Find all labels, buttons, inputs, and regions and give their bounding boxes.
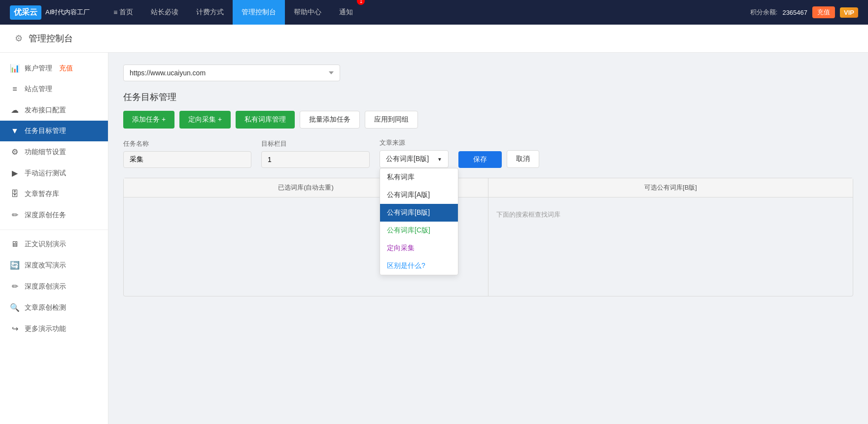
filter-icon: ▼ (10, 127, 20, 135)
sidebar-label-draft: 文章暂存库 (25, 190, 59, 198)
sidebar-item-ocr[interactable]: 🖥 正文识别演示 (0, 234, 108, 255)
share-icon: ↪ (10, 324, 20, 333)
settings-icon: ⚙ (10, 147, 20, 157)
nav-item-webmaster[interactable]: 站长必读 (142, 0, 187, 25)
apply-group-button[interactable]: 应用到同组 (365, 111, 418, 129)
sidebar-recharge-link[interactable]: 充值 (59, 64, 73, 73)
sidebar-item-publish[interactable]: ☁ 发布接口配置 (0, 99, 108, 121)
sidebar-label-account: 账户管理 (25, 64, 52, 73)
sidebar-item-more[interactable]: ↪ 更多演示功能 (0, 318, 108, 339)
sidebar-label-site: 站点管理 (25, 85, 52, 94)
edit-icon: ✏ (10, 210, 20, 220)
sidebar-label-check: 文章原创检测 (25, 303, 66, 312)
form-row: 任务名称 目标栏目 文章来源 公有词库[B版] ▼ 私有词库 (123, 138, 853, 168)
sidebar: 📊 账户管理 充值 ≡ 站点管理 ☁ 发布接口配置 ▼ 任务目标管理 ⚙ 功能细… (0, 53, 108, 424)
sidebar-label-more: 更多演示功能 (25, 325, 66, 333)
panel-right-body: 下面的搜索框查找词库 (488, 197, 853, 296)
content-area: 📊 账户管理 充值 ≡ 站点管理 ☁ 发布接口配置 ▼ 任务目标管理 ⚙ 功能细… (0, 53, 868, 424)
dropdown-label-pubB: 公有词库[B版] (387, 208, 430, 216)
panel-right-header: 可选公有词库[B版] (488, 178, 853, 197)
sidebar-label-settings: 功能细节设置 (25, 148, 66, 157)
notification-badge: 1 (357, 0, 365, 5)
cancel-button[interactable]: 取消 (507, 150, 539, 168)
form-actions: 保存 取消 (458, 150, 539, 168)
dropdown-label-private: 私有词库 (387, 173, 415, 181)
recharge-button[interactable]: 充值 (812, 6, 835, 18)
panel-right-hint: 下面的搜索框查找词库 (496, 210, 845, 219)
logo-mark: 优采云 (10, 5, 41, 20)
sidebar-label-original-demo: 深度原创演示 (25, 282, 66, 291)
dropdown-label-pubC: 公有词库[C版] (387, 226, 430, 234)
refresh-icon: 🔄 (10, 261, 20, 270)
sidebar-item-original-demo[interactable]: ✏ 深度原创演示 (0, 276, 108, 297)
sidebar-item-original[interactable]: ✏ 深度原创任务 (0, 204, 108, 226)
task-name-input[interactable] (123, 151, 251, 168)
pencil-icon: ✏ (10, 282, 20, 291)
sidebar-label-task: 任务目标管理 (25, 127, 66, 135)
sidebar-item-check[interactable]: 🔍 文章原创检测 (0, 297, 108, 318)
directed-collect-button[interactable]: 定向采集 + (179, 111, 231, 129)
monitor-icon: 🖥 (10, 240, 20, 249)
play-icon: ▶ (10, 168, 20, 178)
dropdown-item-pubC[interactable]: 公有词库[C版] (380, 222, 458, 239)
gear-icon: ⚙ (15, 33, 23, 44)
nav-item-pricing[interactable]: 计费方式 (187, 0, 233, 25)
dropdown-label-pubA: 公有词库[A版] (387, 191, 430, 198)
dropdown-item-pubA[interactable]: 公有词库[A版] (380, 186, 458, 204)
article-source-group: 文章来源 公有词库[B版] ▼ 私有词库 公有词库[A版] (380, 138, 449, 168)
list-icon: ≡ (10, 85, 20, 94)
nav-label-home: 首页 (119, 8, 133, 17)
sidebar-label-original: 深度原创任务 (25, 211, 66, 220)
cloud-icon: ☁ (10, 105, 20, 115)
page-header: ⚙ 管理控制台 (0, 25, 868, 53)
sidebar-item-rewrite[interactable]: 🔄 深度改写演示 (0, 255, 108, 276)
sidebar-divider (0, 229, 108, 230)
nav-label-pricing: 计费方式 (196, 8, 224, 17)
article-source-label: 文章来源 (380, 138, 449, 147)
panels-row: 已选词库(自动去重) 可选公有词库[B版] 下面的搜索框查找词库 (123, 178, 853, 296)
main-content: https://www.ucaiyun.com 任务目标管理 添加任务 + 定向… (108, 53, 868, 424)
points-value: 2365467 (782, 9, 807, 16)
section-title: 任务目标管理 (123, 91, 853, 103)
chart-icon: 📊 (10, 64, 20, 73)
site-select[interactable]: https://www.ucaiyun.com (123, 65, 340, 81)
dropdown-item-diff[interactable]: 区别是什么? (380, 257, 458, 275)
sidebar-label-manual: 手动运行测试 (25, 169, 66, 178)
nav-item-help[interactable]: 帮助中心 (285, 0, 330, 25)
add-task-button[interactable]: 添加任务 + (123, 111, 174, 129)
sidebar-item-draft[interactable]: 🗄 文章暂存库 (0, 184, 108, 204)
sidebar-item-account[interactable]: 📊 账户管理 充值 (0, 58, 108, 79)
batch-add-button[interactable]: 批量添加任务 (300, 111, 360, 129)
nav-item-notify[interactable]: 通知 1 (330, 0, 362, 25)
database-icon: 🗄 (10, 190, 20, 198)
sidebar-item-task[interactable]: ▼ 任务目标管理 (0, 121, 108, 141)
sidebar-item-settings[interactable]: ⚙ 功能细节设置 (0, 141, 108, 163)
dropdown-item-pubB[interactable]: 公有词库[B版] (380, 204, 458, 222)
nav-label-webmaster: 站长必读 (151, 8, 178, 17)
page-title: 管理控制台 (29, 33, 73, 44)
save-button[interactable]: 保存 (458, 151, 502, 168)
task-name-label: 任务名称 (123, 139, 251, 148)
dropdown-item-private[interactable]: 私有词库 (380, 168, 458, 186)
sidebar-label-rewrite: 深度改写演示 (25, 261, 66, 270)
dropdown-label-directed: 定向采集 (387, 244, 415, 252)
source-dropdown-wrap: 公有词库[B版] ▼ 私有词库 公有词库[A版] 公有词库[B版] (380, 150, 449, 168)
nav-label-help: 帮助中心 (294, 8, 321, 17)
logo-text: 优采云 (14, 8, 37, 16)
logo-subtitle: AI时代内容工厂 (45, 8, 90, 17)
dropdown-item-directed[interactable]: 定向采集 (380, 239, 458, 257)
topnav: 优采云 AI时代内容工厂 ≡ 首页 站长必读 计费方式 管理控制台 帮助中心 通… (0, 0, 868, 25)
target-column-input[interactable] (261, 151, 370, 168)
sidebar-item-site[interactable]: ≡ 站点管理 (0, 79, 108, 99)
private-library-button[interactable]: 私有词库管理 (236, 111, 295, 129)
chevron-down-icon: ▼ (437, 157, 442, 162)
sidebar-item-manual[interactable]: ▶ 手动运行测试 (0, 163, 108, 184)
source-dropdown-menu: 私有词库 公有词库[A版] 公有词库[B版] 公有词库[C版] 定向采集 (380, 168, 458, 275)
search-icon: 🔍 (10, 303, 20, 312)
source-select-button[interactable]: 公有词库[B版] ▼ (380, 150, 449, 168)
panel-right: 可选公有词库[B版] 下面的搜索框查找词库 (488, 178, 853, 296)
nav-item-dashboard[interactable]: 管理控制台 (233, 0, 285, 25)
nav-item-home[interactable]: ≡ 首页 (104, 0, 142, 25)
target-column-group: 目标栏目 (261, 139, 370, 168)
vip-badge: VIP (840, 7, 858, 18)
